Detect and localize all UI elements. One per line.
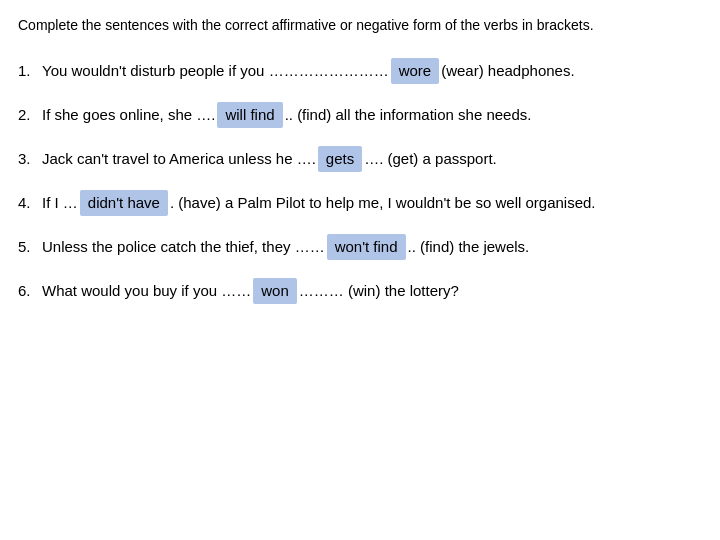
sentence-text: What would you buy if you ……won……… (win)… [42, 278, 702, 304]
sentence-text: Jack can't travel to America unless he …… [42, 146, 702, 172]
answer-box: gets [318, 146, 362, 172]
answer-box: won't find [327, 234, 406, 260]
sentence-item: 4.If I …didn't have. (have) a Palm Pilot… [18, 190, 702, 216]
sentence-number: 5. [18, 235, 38, 259]
instruction: Complete the sentences with the correct … [18, 16, 702, 36]
sentence-number: 3. [18, 147, 38, 171]
sentence-number: 1. [18, 59, 38, 83]
answer-box: didn't have [80, 190, 168, 216]
sentence-text: You wouldn't disturb people if you ……………… [42, 58, 702, 84]
answer-box: won [253, 278, 297, 304]
sentence-text: If I …didn't have. (have) a Palm Pilot t… [42, 190, 702, 216]
sentence-item: 2.If she goes online, she ….will find.. … [18, 102, 702, 128]
sentence-number: 4. [18, 191, 38, 215]
sentence-text: Unless the police catch the thief, they … [42, 234, 702, 260]
answer-box: will find [217, 102, 282, 128]
sentence-item: 6.What would you buy if you ……won……… (wi… [18, 278, 702, 304]
sentence-item: 5.Unless the police catch the thief, the… [18, 234, 702, 260]
sentences-list: 1.You wouldn't disturb people if you ………… [18, 58, 702, 304]
sentence-number: 2. [18, 103, 38, 127]
answer-box: wore [391, 58, 440, 84]
sentence-item: 3.Jack can't travel to America unless he… [18, 146, 702, 172]
sentence-text: If she goes online, she ….will find.. (f… [42, 102, 702, 128]
sentence-number: 6. [18, 279, 38, 303]
sentence-item: 1.You wouldn't disturb people if you ………… [18, 58, 702, 84]
